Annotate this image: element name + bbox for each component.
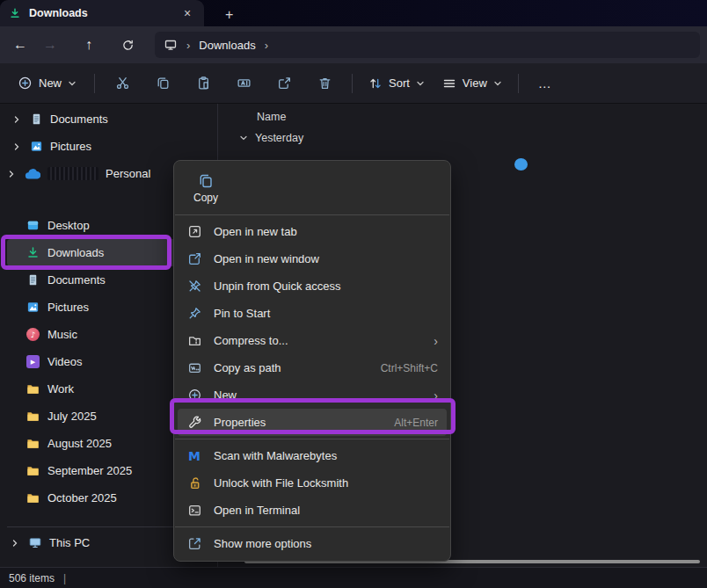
sidebar-item-label: July 2025 [47,410,97,423]
open-new-tab-icon [186,224,202,239]
monitor-icon [28,536,42,549]
sort-button[interactable]: Sort [360,71,434,96]
rename-button[interactable] [223,76,264,91]
sidebar-item-label: Work [47,382,74,396]
more-options-button[interactable]: … [526,76,565,91]
breadcrumb-chevron-icon: › [265,39,268,52]
download-icon [9,7,21,19]
folder-icon [26,491,40,505]
unlock-icon [186,475,202,490]
shortcut-label: Alt+Enter [394,417,438,429]
tab-bar: Downloads × + [0,0,707,26]
chevron-right-icon[interactable] [7,170,18,178]
item-count: 506 items [9,572,55,584]
new-plus-icon [186,388,202,403]
menu-item-open-in-new-tab[interactable]: Open in new tab [178,218,447,245]
folder-icon [26,464,40,477]
cut-button[interactable] [102,76,142,91]
status-bar: 506 items | [0,567,707,588]
context-menu-quick-actions: Copy [174,164,450,212]
sidebar-item-documents-tree[interactable]: Documents [0,105,217,133]
menu-item-unpin-from-quick-access[interactable]: Unpin from Quick access [178,272,447,300]
sidebar-item-label: Desktop [47,219,90,232]
group-header-yesterday[interactable]: Yesterday [218,125,707,144]
forward-button[interactable]: → [35,37,65,53]
malwarebytes-icon: M [186,449,202,463]
breadcrumb-location[interactable]: Downloads [199,39,255,52]
sidebar-item-pictures-tree[interactable]: Pictures [0,133,217,160]
unpin-icon [186,279,202,294]
terminal-icon [186,503,202,518]
menu-item-properties[interactable]: Properties Alt+Enter [178,409,447,436]
sidebar-item-label: This PC [49,536,90,549]
toolbar-separator [518,74,519,93]
chevron-down-icon [68,79,77,88]
desktop-icon [26,219,40,232]
chevron-down-icon[interactable] [239,134,248,142]
breadcrumb-chevron-icon: › [186,39,190,52]
this-pc-breadcrumb-icon[interactable] [164,38,178,52]
file-explorer-window: Downloads × + ← → ↑ › Downloads › [0,0,707,588]
sidebar-item-label: Pictures [50,140,91,153]
sidebar-item-label: Music [47,328,77,341]
paste-button[interactable] [183,76,223,91]
sidebar-item-label: Documents [50,113,108,126]
sort-button-label: Sort [389,76,410,90]
copy-button[interactable] [142,76,183,91]
music-icon: ♪ [26,328,40,341]
menu-item-open-in-new-window[interactable]: Open in new window [178,245,447,272]
submenu-chevron-icon: › [434,334,438,348]
tab-title: Downloads [29,7,171,19]
context-menu: Copy Open in new tab Open in new window [173,160,451,562]
new-button[interactable]: New [7,70,87,96]
compress-icon [186,333,202,348]
column-header-name[interactable]: Name [218,104,707,125]
submenu-chevron-icon: › [434,388,438,403]
menu-separator [175,526,449,527]
share-button[interactable] [264,76,304,91]
sidebar-item-label: August 2025 [47,437,112,450]
command-toolbar: New [0,63,707,104]
sidebar-item-label: Videos [47,355,83,368]
shortcut-label: Ctrl+Shift+C [381,362,438,374]
toolbar-separator [352,74,353,93]
sidebar-item-label: September 2025 [47,464,132,477]
menu-item-pin-to-start[interactable]: Pin to Start [178,300,447,327]
back-button[interactable]: ← [5,37,35,53]
up-button[interactable]: ↑ [74,37,104,53]
menu-item-scan-with-malwarebytes[interactable]: M Scan with Malwarebytes [178,442,447,469]
menu-separator [175,439,449,439]
sidebar-item-label: Personal [106,167,150,180]
copy-button[interactable]: Copy [185,167,227,209]
chevron-down-icon [416,79,425,88]
chevron-right-icon[interactable] [12,115,23,124]
menu-item-unlock-with-file-locksmith[interactable]: Unlock with File Locksmith [178,469,447,497]
videos-icon: ▶ [26,355,40,368]
onedrive-cloud-icon [25,168,40,180]
menu-item-show-more-options[interactable]: Show more options [178,530,447,557]
chevron-right-icon[interactable] [11,539,21,548]
chevron-right-icon[interactable] [12,142,23,151]
sidebar-item-label: Downloads [47,246,104,259]
redacted-account-name [47,167,98,180]
menu-separator [175,214,449,215]
menu-item-new[interactable]: New › [178,381,447,409]
address-bar[interactable]: › Downloads › [155,32,700,58]
pictures-icon [26,301,40,314]
menu-item-open-in-terminal[interactable]: Open in Terminal [178,497,447,524]
folder-icon [26,437,40,450]
menu-item-copy-as-path[interactable]: Copy as path Ctrl+Shift+C [178,354,447,381]
refresh-button[interactable] [113,39,142,52]
tab-close-icon[interactable]: × [179,6,195,20]
tab-downloads[interactable]: Downloads × [0,0,204,26]
menu-item-compress-to[interactable]: Compress to... › [178,327,447,354]
open-new-window-icon [186,251,202,266]
view-button-label: View [463,76,487,90]
status-separator: | [63,572,66,584]
downloads-icon [26,246,40,259]
delete-button[interactable] [304,76,345,91]
sidebar-item-label: Documents [47,273,106,287]
view-button[interactable]: View [434,71,511,96]
sidebar-item-label: Pictures [47,301,89,314]
new-tab-button[interactable]: + [220,7,238,26]
